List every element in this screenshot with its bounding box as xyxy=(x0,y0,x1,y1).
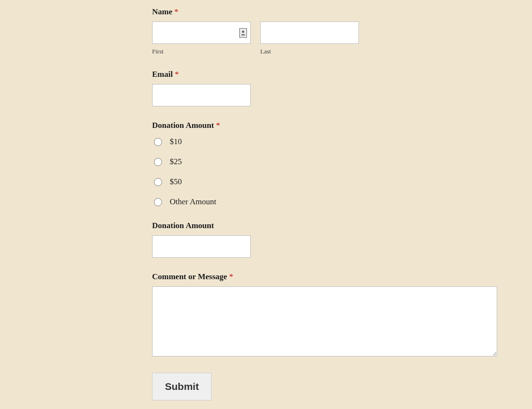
radio-item-25: $25 xyxy=(154,157,481,167)
radio-item-10: $10 xyxy=(154,137,481,147)
radio-50[interactable] xyxy=(154,178,162,186)
donation-amount-input[interactable] xyxy=(152,235,251,258)
donation-radio-list: $10 $25 $50 Other Amount xyxy=(154,137,481,207)
email-label: Email * xyxy=(152,70,481,79)
donation-form: Name * First Last Email * xyxy=(51,7,481,400)
email-field-group: Email * xyxy=(152,70,481,106)
name-label: Name * xyxy=(152,7,481,17)
radio-50-label[interactable]: $50 xyxy=(170,177,182,187)
submit-button[interactable]: Submit xyxy=(152,373,212,400)
last-name-col: Last xyxy=(260,21,359,55)
donation-choice-label-text: Donation Amount xyxy=(152,121,214,130)
first-name-wrap xyxy=(152,21,251,44)
comment-textarea[interactable] xyxy=(152,286,497,357)
radio-10-label[interactable]: $10 xyxy=(170,137,182,147)
first-name-input[interactable] xyxy=(152,21,251,44)
last-name-sublabel: Last xyxy=(260,48,359,55)
comment-label: Comment or Message * xyxy=(152,272,481,282)
first-name-sublabel: First xyxy=(152,48,251,55)
radio-10[interactable] xyxy=(154,138,162,146)
radio-25[interactable] xyxy=(154,158,162,166)
required-indicator: * xyxy=(174,7,179,16)
donation-amount-label-text: Donation Amount xyxy=(152,221,214,230)
donation-amount-group: Donation Amount xyxy=(152,221,481,258)
name-label-text: Name xyxy=(152,7,172,16)
name-row: First Last xyxy=(152,21,481,55)
required-indicator: * xyxy=(175,70,179,79)
required-indicator: * xyxy=(229,272,234,281)
donation-choice-label: Donation Amount * xyxy=(152,121,481,130)
radio-item-50: $50 xyxy=(154,177,481,187)
comment-field-group: Comment or Message * xyxy=(152,272,481,358)
comment-label-text: Comment or Message xyxy=(152,272,227,281)
donation-amount-label: Donation Amount xyxy=(152,221,481,231)
radio-other[interactable] xyxy=(154,198,162,206)
email-input[interactable] xyxy=(152,84,251,106)
email-label-text: Email xyxy=(152,70,173,79)
first-name-col: First xyxy=(152,21,251,55)
radio-other-label[interactable]: Other Amount xyxy=(170,197,216,207)
required-indicator: * xyxy=(216,121,220,130)
name-field-group: Name * First Last xyxy=(152,7,481,55)
last-name-input[interactable] xyxy=(260,21,359,44)
radio-item-other: Other Amount xyxy=(154,197,481,207)
donation-choice-group: Donation Amount * $10 $25 $50 Other Amou… xyxy=(152,121,481,207)
radio-25-label[interactable]: $25 xyxy=(170,157,182,167)
